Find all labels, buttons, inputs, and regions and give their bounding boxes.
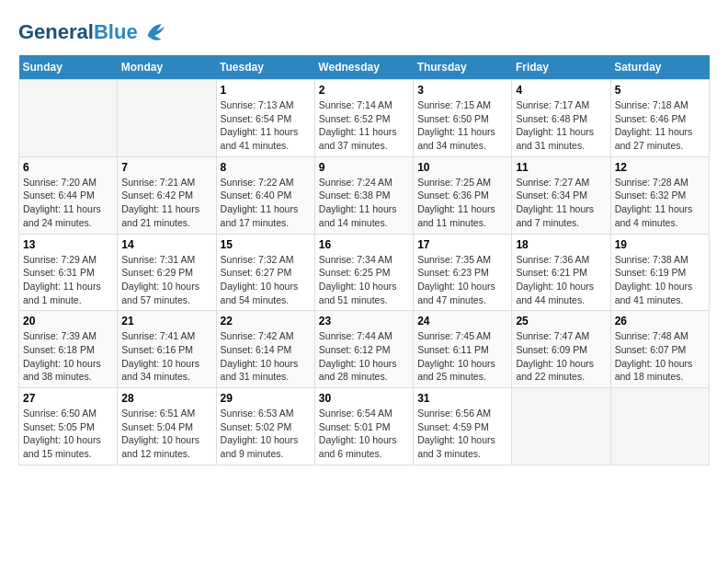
day-number: 17 [417, 238, 507, 251]
day-info: Sunrise: 7:35 AMSunset: 6:23 PMDaylight:… [417, 253, 507, 307]
calendar-week-row: 1Sunrise: 7:13 AMSunset: 6:54 PMDaylight… [19, 80, 710, 157]
day-info: Sunrise: 7:29 AMSunset: 6:31 PMDaylight:… [23, 253, 113, 307]
calendar-week-row: 6Sunrise: 7:20 AMSunset: 6:44 PMDaylight… [19, 156, 710, 234]
day-info: Sunrise: 7:28 AMSunset: 6:32 PMDaylight:… [615, 176, 705, 230]
day-info: Sunrise: 7:44 AMSunset: 6:12 PMDaylight:… [319, 329, 409, 384]
calendar-cell: 4Sunrise: 7:17 AMSunset: 6:48 PMDaylight… [512, 80, 610, 157]
day-number: 12 [615, 161, 705, 174]
calendar-table: SundayMondayTuesdayWednesdayThursdayFrid… [18, 55, 710, 465]
day-info: Sunrise: 6:50 AMSunset: 5:05 PMDaylight:… [23, 407, 113, 461]
day-number: 23 [319, 315, 409, 327]
weekday-header: Tuesday [216, 55, 314, 80]
day-info: Sunrise: 7:13 AMSunset: 6:54 PMDaylight:… [221, 98, 311, 153]
weekday-header: Saturday [610, 55, 709, 80]
calendar-cell: 26Sunrise: 7:48 AMSunset: 6:07 PMDayligh… [610, 311, 709, 388]
day-number: 5 [615, 84, 705, 97]
day-number: 13 [23, 238, 113, 251]
calendar-cell: 29Sunrise: 6:53 AMSunset: 5:02 PMDayligh… [216, 388, 314, 465]
day-number: 9 [319, 161, 409, 174]
day-info: Sunrise: 7:41 AMSunset: 6:16 PMDaylight:… [121, 329, 211, 384]
calendar-cell: 25Sunrise: 7:47 AMSunset: 6:09 PMDayligh… [512, 311, 610, 388]
calendar-cell: 19Sunrise: 7:38 AMSunset: 6:19 PMDayligh… [610, 234, 709, 311]
calendar-cell: 3Sunrise: 7:15 AMSunset: 6:50 PMDaylight… [414, 80, 512, 157]
day-info: Sunrise: 7:17 AMSunset: 6:48 PMDaylight:… [516, 98, 606, 153]
day-info: Sunrise: 7:45 AMSunset: 6:11 PMDaylight:… [417, 329, 507, 384]
day-info: Sunrise: 6:56 AMSunset: 4:59 PMDaylight:… [417, 407, 507, 461]
logo-text: GeneralBlue [18, 21, 138, 43]
calendar-cell: 23Sunrise: 7:44 AMSunset: 6:12 PMDayligh… [314, 311, 413, 388]
calendar-cell: 20Sunrise: 7:39 AMSunset: 6:18 PMDayligh… [19, 311, 118, 388]
calendar-cell: 12Sunrise: 7:28 AMSunset: 6:32 PMDayligh… [610, 156, 709, 234]
calendar-cell: 28Sunrise: 6:51 AMSunset: 5:04 PMDayligh… [118, 388, 216, 465]
day-number: 15 [221, 238, 311, 251]
day-number: 14 [121, 238, 211, 251]
calendar-cell [610, 388, 709, 465]
day-number: 16 [319, 238, 409, 251]
calendar-cell: 5Sunrise: 7:18 AMSunset: 6:46 PMDaylight… [610, 80, 709, 157]
day-number: 18 [516, 238, 606, 251]
calendar-cell: 30Sunrise: 6:54 AMSunset: 5:01 PMDayligh… [314, 388, 413, 465]
calendar-cell: 11Sunrise: 7:27 AMSunset: 6:34 PMDayligh… [512, 156, 610, 234]
calendar-week-row: 20Sunrise: 7:39 AMSunset: 6:18 PMDayligh… [19, 311, 710, 388]
day-number: 11 [516, 161, 606, 174]
day-info: Sunrise: 7:20 AMSunset: 6:44 PMDaylight:… [23, 176, 113, 230]
logo-bird-icon [141, 18, 168, 46]
day-info: Sunrise: 7:14 AMSunset: 6:52 PMDaylight:… [319, 98, 409, 153]
day-number: 10 [417, 161, 507, 174]
calendar-cell: 7Sunrise: 7:21 AMSunset: 6:42 PMDaylight… [118, 156, 216, 234]
calendar-cell: 1Sunrise: 7:13 AMSunset: 6:54 PMDaylight… [216, 80, 314, 157]
day-number: 27 [23, 392, 113, 405]
day-number: 26 [615, 315, 705, 327]
day-info: Sunrise: 6:53 AMSunset: 5:02 PMDaylight:… [221, 407, 311, 461]
calendar-cell: 6Sunrise: 7:20 AMSunset: 6:44 PMDaylight… [19, 156, 118, 234]
day-number: 30 [319, 392, 409, 405]
calendar-cell [118, 80, 216, 157]
day-info: Sunrise: 7:25 AMSunset: 6:36 PMDaylight:… [417, 176, 507, 230]
day-info: Sunrise: 7:34 AMSunset: 6:25 PMDaylight:… [319, 253, 409, 307]
calendar-cell: 14Sunrise: 7:31 AMSunset: 6:29 PMDayligh… [118, 234, 216, 311]
day-number: 21 [121, 315, 211, 327]
calendar-cell: 10Sunrise: 7:25 AMSunset: 6:36 PMDayligh… [414, 156, 512, 234]
day-info: Sunrise: 7:36 AMSunset: 6:21 PMDaylight:… [516, 253, 606, 307]
weekday-header: Friday [512, 55, 610, 80]
day-info: Sunrise: 7:47 AMSunset: 6:09 PMDaylight:… [516, 329, 606, 384]
calendar-cell: 21Sunrise: 7:41 AMSunset: 6:16 PMDayligh… [118, 311, 216, 388]
day-info: Sunrise: 6:54 AMSunset: 5:01 PMDaylight:… [319, 407, 409, 461]
day-number: 3 [417, 84, 507, 97]
calendar-cell: 8Sunrise: 7:22 AMSunset: 6:40 PMDaylight… [216, 156, 314, 234]
weekday-header-row: SundayMondayTuesdayWednesdayThursdayFrid… [19, 55, 710, 80]
calendar-cell: 27Sunrise: 6:50 AMSunset: 5:05 PMDayligh… [19, 388, 118, 465]
calendar-week-row: 27Sunrise: 6:50 AMSunset: 5:05 PMDayligh… [19, 388, 710, 465]
day-number: 1 [221, 84, 311, 97]
calendar-cell: 24Sunrise: 7:45 AMSunset: 6:11 PMDayligh… [414, 311, 512, 388]
day-number: 31 [417, 392, 507, 405]
calendar-cell: 18Sunrise: 7:36 AMSunset: 6:21 PMDayligh… [512, 234, 610, 311]
calendar-cell: 15Sunrise: 7:32 AMSunset: 6:27 PMDayligh… [216, 234, 314, 311]
day-number: 25 [516, 315, 606, 327]
calendar-cell: 13Sunrise: 7:29 AMSunset: 6:31 PMDayligh… [19, 234, 118, 311]
day-info: Sunrise: 7:22 AMSunset: 6:40 PMDaylight:… [221, 176, 311, 230]
day-info: Sunrise: 7:15 AMSunset: 6:50 PMDaylight:… [417, 98, 507, 153]
page-header: GeneralBlue [18, 18, 710, 46]
day-info: Sunrise: 7:27 AMSunset: 6:34 PMDaylight:… [516, 176, 606, 230]
calendar-cell: 2Sunrise: 7:14 AMSunset: 6:52 PMDaylight… [314, 80, 413, 157]
day-number: 24 [417, 315, 507, 327]
weekday-header: Wednesday [314, 55, 413, 80]
day-number: 22 [221, 315, 311, 327]
day-info: Sunrise: 7:24 AMSunset: 6:38 PMDaylight:… [319, 176, 409, 230]
day-number: 7 [121, 161, 211, 174]
day-number: 20 [23, 315, 113, 327]
day-number: 2 [319, 84, 409, 97]
day-info: Sunrise: 7:38 AMSunset: 6:19 PMDaylight:… [615, 253, 705, 307]
day-info: Sunrise: 7:31 AMSunset: 6:29 PMDaylight:… [121, 253, 211, 307]
day-info: Sunrise: 7:32 AMSunset: 6:27 PMDaylight:… [221, 253, 311, 307]
day-info: Sunrise: 7:21 AMSunset: 6:42 PMDaylight:… [121, 176, 211, 230]
day-info: Sunrise: 7:42 AMSunset: 6:14 PMDaylight:… [221, 329, 311, 384]
day-number: 4 [516, 84, 606, 97]
weekday-header: Sunday [19, 55, 118, 80]
day-info: Sunrise: 6:51 AMSunset: 5:04 PMDaylight:… [121, 407, 211, 461]
day-info: Sunrise: 7:18 AMSunset: 6:46 PMDaylight:… [615, 98, 705, 153]
calendar-cell: 31Sunrise: 6:56 AMSunset: 4:59 PMDayligh… [414, 388, 512, 465]
calendar-cell [19, 80, 118, 157]
calendar-cell [512, 388, 610, 465]
